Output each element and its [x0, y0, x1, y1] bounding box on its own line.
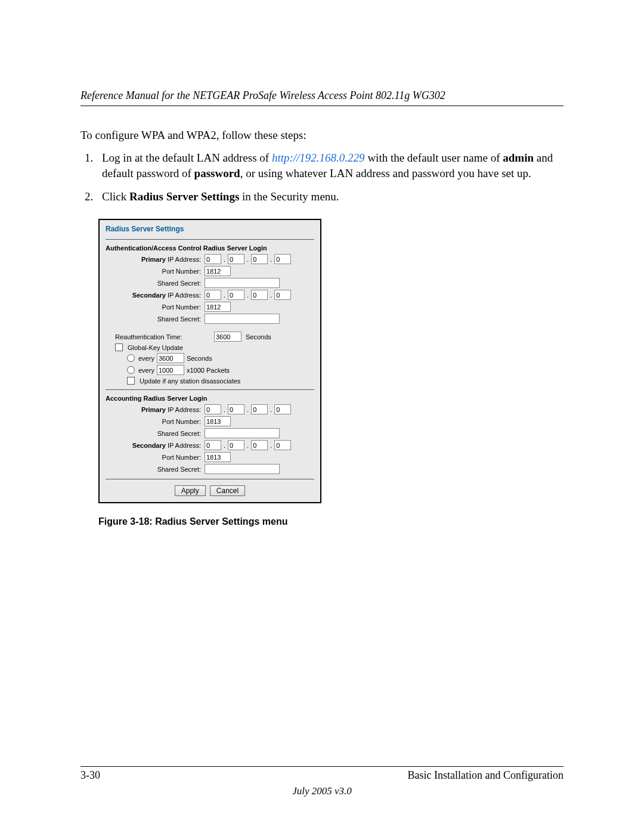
footer-version: July 2005 v3.0	[80, 785, 564, 797]
step1-admin: admin	[503, 151, 534, 164]
step-2: Click Radius Server Settings in the Secu…	[96, 189, 564, 205]
page-footer: 3-30 Basic Installation and Configuratio…	[80, 766, 564, 797]
auth-secondary-port[interactable]	[205, 302, 231, 312]
step1-password: password	[194, 167, 240, 179]
seconds-unit: Seconds	[187, 355, 212, 362]
dot-icon: .	[270, 256, 272, 263]
primary-ip-label: Primary IP Address:	[106, 256, 205, 263]
step1-text-b: with the default user name of	[365, 151, 503, 164]
every-seconds-radio[interactable]	[127, 354, 135, 362]
acct-secondary-ip-3[interactable]	[251, 440, 268, 450]
step1-text-d: , or using whatever LAN address and pass…	[240, 167, 531, 179]
acct-secondary-ip-2[interactable]	[228, 440, 244, 450]
dot-icon: .	[270, 406, 272, 413]
auth-primary-ip-1[interactable]	[205, 254, 221, 264]
reauth-label: Reauthentication Time:	[106, 333, 214, 340]
acct-primary-ip-2[interactable]	[228, 404, 244, 414]
steps-list: Log in at the default LAN address of htt…	[80, 150, 564, 205]
every-packets-input[interactable]	[157, 365, 184, 375]
acct-secondary-ip-1[interactable]	[205, 440, 221, 450]
dot-icon: .	[247, 406, 249, 413]
cancel-button[interactable]: Cancel	[210, 485, 245, 496]
acct-primary-secret[interactable]	[205, 428, 280, 438]
dot-icon: .	[224, 256, 225, 263]
port-label: Port Number:	[106, 268, 205, 275]
every-label: every	[138, 355, 154, 362]
acct-secondary-port[interactable]	[205, 452, 231, 462]
global-key-label: Global-Key Update	[128, 344, 183, 351]
divider	[106, 239, 314, 240]
auth-primary-port[interactable]	[205, 266, 231, 276]
panel-title: Radius Server Settings	[106, 225, 314, 233]
dot-icon: .	[224, 442, 225, 449]
acct-primary-ip-3[interactable]	[251, 404, 268, 414]
step2-menu: Radius Server Settings	[129, 190, 239, 203]
reauth-time-input[interactable]	[214, 332, 242, 342]
apply-button[interactable]: Apply	[175, 485, 206, 496]
auth-secondary-secret[interactable]	[205, 314, 280, 324]
dot-icon: .	[224, 292, 225, 299]
update-disassoc-checkbox[interactable]	[127, 377, 135, 385]
auth-section-title: Authentication/Access Control Radius Ser…	[106, 244, 314, 252]
global-key-checkbox[interactable]	[115, 343, 123, 351]
divider	[106, 479, 314, 479]
figure-caption: Figure 3-18: Radius Server Settings menu	[98, 516, 564, 527]
every-label: every	[138, 367, 154, 374]
page-header: Reference Manual for the NETGEAR ProSafe…	[80, 89, 564, 106]
step1-text-a: Log in at the default LAN address of	[102, 151, 272, 164]
dot-icon: .	[270, 292, 272, 299]
secondary-ip-label: Secondary IP Address:	[106, 292, 205, 299]
footer-page-number: 3-30	[80, 769, 100, 782]
auth-secondary-ip-3[interactable]	[251, 290, 268, 300]
secret-label: Shared Secret:	[106, 430, 205, 437]
secret-label: Shared Secret:	[106, 315, 205, 323]
every-seconds-input[interactable]	[157, 353, 184, 363]
primary-ip-label: Primary IP Address:	[106, 406, 205, 413]
dot-icon: .	[270, 442, 272, 449]
acct-primary-ip-1[interactable]	[205, 404, 221, 414]
default-lan-link[interactable]: http://192.168.0.229	[272, 151, 365, 164]
port-label: Port Number:	[106, 304, 205, 311]
secondary-ip-label: Secondary IP Address:	[106, 442, 205, 449]
auth-secondary-ip-4[interactable]	[274, 290, 291, 300]
step2-text-c: in the Security menu.	[239, 190, 339, 203]
dot-icon: .	[224, 406, 225, 413]
acct-primary-ip-4[interactable]	[274, 404, 291, 414]
intro-text: To configure WPA and WPA2, follow these …	[80, 128, 564, 143]
secret-label: Shared Secret:	[106, 280, 205, 287]
acct-secondary-secret[interactable]	[205, 464, 280, 474]
secret-label: Shared Secret:	[106, 466, 205, 473]
acct-secondary-ip-4[interactable]	[274, 440, 291, 450]
dot-icon: .	[247, 292, 249, 299]
dot-icon: .	[247, 256, 249, 263]
auth-secondary-ip-2[interactable]	[228, 290, 244, 300]
auth-secondary-ip-1[interactable]	[205, 290, 221, 300]
port-label: Port Number:	[106, 418, 205, 425]
footer-section: Basic Installation and Configuration	[408, 769, 564, 782]
auth-primary-ip-3[interactable]	[251, 254, 268, 264]
auth-primary-secret[interactable]	[205, 278, 280, 288]
acct-primary-port[interactable]	[205, 416, 231, 426]
auth-primary-ip-4[interactable]	[274, 254, 291, 264]
step2-text-a: Click	[102, 190, 129, 203]
seconds-unit: Seconds	[246, 333, 271, 340]
packets-unit: x1000 Packets	[187, 367, 230, 374]
acct-section-title: Accounting Radius Server Login	[106, 395, 314, 402]
every-packets-radio[interactable]	[127, 366, 135, 374]
auth-primary-ip-2[interactable]	[228, 254, 244, 264]
update-disassoc-label: Update if any station disassociates	[140, 377, 240, 385]
divider	[106, 389, 314, 390]
port-label: Port Number:	[106, 454, 205, 461]
step-1: Log in at the default LAN address of htt…	[96, 150, 564, 182]
dot-icon: .	[247, 442, 249, 449]
radius-settings-panel: Radius Server Settings Authentication/Ac…	[98, 219, 321, 503]
